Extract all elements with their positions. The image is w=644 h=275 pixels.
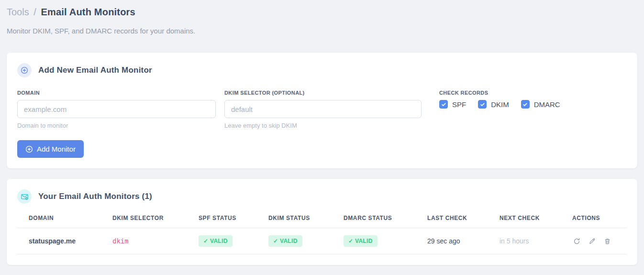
- edit-button[interactable]: [588, 237, 597, 246]
- dkim-selector-helper-text: Leave empty to skip DKIM: [224, 122, 422, 129]
- header-domain: DOMAIN: [17, 212, 101, 228]
- dmarc-checkbox-item[interactable]: DMARC: [521, 100, 560, 109]
- add-monitor-button-label: Add Monitor: [37, 145, 76, 153]
- dkim-selector-field-group: DKIM SELECTOR (OPTIONAL) Leave empty to …: [224, 90, 422, 129]
- spf-checkbox-label: SPF: [452, 100, 466, 109]
- spf-checkbox-item[interactable]: SPF: [439, 100, 466, 109]
- trash-icon: [604, 238, 611, 245]
- header-dkim-selector: DKIM SELECTOR: [101, 212, 187, 228]
- breadcrumb-separator: /: [33, 7, 36, 17]
- table-row: statuspage.me dkim ✓ VALID ✓ VALID ✓ VAL…: [17, 228, 627, 254]
- refresh-button[interactable]: [572, 237, 581, 246]
- monitor-last-check: 29 sec ago: [416, 228, 488, 254]
- dkim-status-badge: ✓ VALID: [268, 235, 302, 247]
- add-card-header: Add New Email Auth Monitor: [17, 63, 627, 77]
- check-records-label: CHECK RECORDS: [439, 90, 627, 96]
- header-dkim-status: DKIM STATUS: [257, 212, 332, 228]
- domain-input[interactable]: [17, 100, 216, 118]
- dmarc-checkbox[interactable]: [521, 100, 530, 109]
- header-next-check: NEXT CHECK: [488, 212, 561, 228]
- dkim-checkbox-label: DKIM: [491, 100, 509, 109]
- domain-label: DOMAIN: [17, 90, 216, 96]
- domain-helper-text: Domain to monitor: [17, 122, 216, 129]
- dkim-selector-label: DKIM SELECTOR (OPTIONAL): [224, 90, 422, 96]
- plus-circle-icon: [17, 63, 32, 77]
- dmarc-status-badge: ✓ VALID: [344, 235, 378, 247]
- monitors-table: DOMAIN DKIM SELECTOR SPF STATUS DKIM STA…: [17, 212, 627, 254]
- header-spf-status: SPF STATUS: [187, 212, 257, 228]
- page-subtitle: Monitor DKIM, SPF, and DMARC records for…: [7, 27, 637, 35]
- monitors-card-header: Your Email Auth Monitors (1): [17, 189, 627, 204]
- dmarc-checkbox-label: DMARC: [534, 100, 560, 109]
- add-monitor-card: Add New Email Auth Monitor DOMAIN Domain…: [7, 53, 637, 168]
- refresh-icon: [573, 238, 580, 245]
- spf-checkbox[interactable]: [439, 100, 448, 109]
- monitor-domain: statuspage.me: [17, 228, 101, 254]
- plus-circle-icon: [25, 145, 33, 153]
- breadcrumb-tools-link[interactable]: Tools: [7, 7, 29, 17]
- dkim-selector-input[interactable]: [224, 100, 422, 118]
- delete-button[interactable]: [603, 237, 612, 246]
- monitors-card-title: Your Email Auth Monitors (1): [38, 192, 152, 201]
- breadcrumb: Tools / Email Auth Monitors: [7, 6, 637, 19]
- header-actions: ACTIONS: [561, 212, 627, 228]
- dkim-checkbox-item[interactable]: DKIM: [478, 100, 509, 109]
- domain-field-group: DOMAIN Domain to monitor: [17, 90, 216, 129]
- check-icon: [522, 102, 528, 107]
- table-header-row: DOMAIN DKIM SELECTOR SPF STATUS DKIM STA…: [17, 212, 627, 228]
- monitors-card: Your Email Auth Monitors (1) DOMAIN DKIM…: [7, 179, 637, 265]
- check-records-group: CHECK RECORDS SPF DKIM: [430, 90, 627, 109]
- spf-status-badge: ✓ VALID: [199, 235, 233, 247]
- monitor-next-check: in 5 hours: [488, 228, 561, 254]
- add-monitor-button[interactable]: Add Monitor: [17, 140, 84, 158]
- dkim-checkbox[interactable]: [478, 100, 487, 109]
- header-last-check: LAST CHECK: [416, 212, 488, 228]
- add-card-title: Add New Email Auth Monitor: [38, 66, 152, 75]
- check-records-row: SPF DKIM DMARC: [439, 100, 627, 109]
- page-title: Email Auth Monitors: [41, 7, 135, 17]
- header-dmarc-status: DMARC STATUS: [332, 212, 416, 228]
- check-icon: [480, 102, 485, 107]
- envelope-check-icon: [17, 189, 32, 204]
- edit-pencil-icon: [588, 238, 596, 245]
- row-actions: [572, 237, 622, 246]
- check-icon: [441, 102, 446, 107]
- monitor-dkim-selector: dkim: [101, 228, 187, 254]
- add-monitor-form: DOMAIN Domain to monitor DKIM SELECTOR (…: [17, 90, 627, 129]
